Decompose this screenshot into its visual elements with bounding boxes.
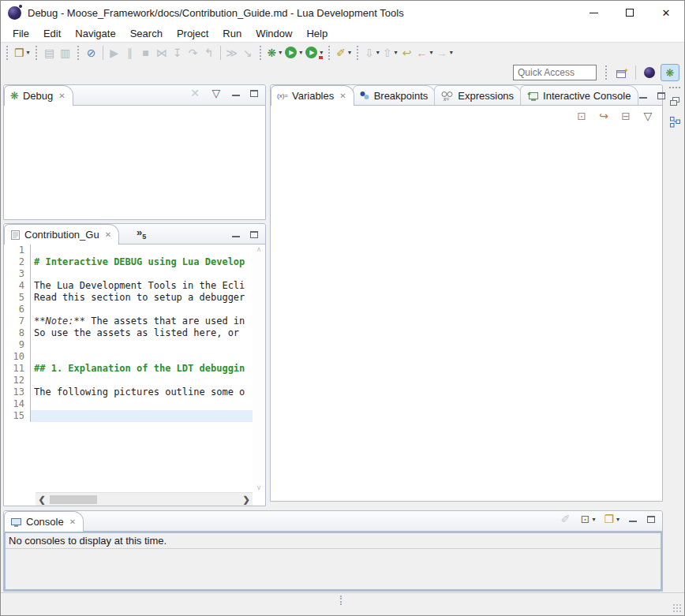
skip-all-breakpoints-button[interactable]: ⊘ (84, 44, 99, 62)
window-close-button[interactable]: ✕ (648, 1, 684, 24)
search-icon: ✐ (336, 47, 346, 58)
editor-line[interactable]: 14 (4, 398, 265, 410)
dropdown-arrow-icon[interactable]: ▾ (450, 49, 453, 56)
menu-search[interactable]: Search (123, 26, 170, 41)
minimize-button[interactable] (627, 513, 639, 525)
lua-perspective-button[interactable] (640, 64, 659, 81)
collapse-all-button[interactable]: ⊟ (618, 107, 634, 125)
tab-breakpoints[interactable]: Breakpoints (353, 85, 436, 105)
tab-expressions[interactable]: x=Expressions (434, 85, 522, 105)
maximize-button[interactable] (248, 87, 260, 99)
scrollbar-thumb[interactable] (50, 495, 97, 504)
close-icon[interactable]: ✕ (58, 91, 65, 100)
editor-horizontal-scrollbar[interactable]: ❮ ❯ (36, 492, 253, 506)
close-icon[interactable]: ✕ (69, 517, 76, 526)
restore-button[interactable] (669, 96, 680, 109)
lua-sphere-icon (644, 67, 655, 78)
show-type-names-button[interactable]: ⊡ (574, 107, 590, 125)
tab-variables[interactable]: (x)=Variables✕ (271, 85, 354, 106)
menu-file[interactable]: File (6, 26, 36, 41)
editor-line[interactable]: 11## 1. Explanation of the LDT debuggin (4, 363, 265, 375)
view-menu-button[interactable]: ▽ (208, 84, 224, 102)
menu-edit[interactable]: Edit (36, 26, 68, 41)
minimize-button[interactable] (230, 87, 242, 99)
tab-console[interactable]: Console✕ (4, 511, 84, 532)
dropdown-arrow-icon[interactable]: ▾ (592, 516, 595, 523)
search-button[interactable]: ✐▾ (335, 44, 353, 62)
scroll-left-icon[interactable]: ❮ (36, 495, 48, 505)
scroll-down-icon[interactable]: ∨ (256, 483, 262, 491)
view-menu-button[interactable]: ▽ (640, 107, 656, 125)
menu-project[interactable]: Project (170, 26, 215, 41)
show-logical-structure-button[interactable]: ↪ (596, 107, 612, 125)
dropdown-arrow-icon[interactable]: ▾ (616, 516, 619, 523)
editor-line[interactable]: 12 (4, 375, 265, 386)
hidden-editors-chevron[interactable]: »5 (137, 226, 146, 241)
window-resize-grip[interactable] (672, 603, 682, 613)
tab-interactive-console[interactable]: ✦Interactive Console (520, 85, 638, 105)
close-icon[interactable]: ✕ (105, 230, 111, 239)
variables-view-body[interactable] (271, 126, 662, 501)
open-console-button[interactable]: ❐▾ (602, 510, 621, 528)
editor-line[interactable]: 2# Interactive DEBUG using Lua Develop (4, 256, 265, 268)
outline-button[interactable] (669, 116, 681, 130)
suspend-icon: ∥ (127, 47, 133, 58)
editor-line[interactable]: 3 (4, 268, 265, 280)
drag-handle[interactable] (669, 87, 680, 89)
editor-line[interactable]: 10 (4, 351, 265, 363)
close-icon[interactable]: ✕ (339, 91, 346, 100)
dropdown-arrow-icon[interactable]: ▾ (299, 49, 302, 56)
editor-line[interactable]: 15 (4, 410, 265, 422)
editor-line[interactable]: 5Read this section to setup a debugger (4, 292, 265, 304)
toolbar-separator (220, 46, 221, 60)
editor-vertical-scrollbar[interactable]: ∧ ∨ (253, 245, 265, 492)
statusbar-drag-handle[interactable] (340, 595, 342, 605)
editor-line[interactable]: 6 (4, 304, 265, 315)
window-maximize-button[interactable] (612, 1, 648, 24)
window-minimize-button[interactable] (575, 1, 612, 24)
editor-line[interactable]: 8So use the assets as listed here, or (4, 327, 265, 339)
menu-run[interactable]: Run (215, 26, 249, 41)
window-close-icon: ✕ (662, 8, 671, 18)
tab-debug[interactable]: ❋Debug✕ (4, 85, 73, 106)
dropdown-arrow-icon[interactable]: ▾ (348, 49, 351, 56)
show-type-names-icon: ⊡ (577, 110, 586, 121)
scroll-up-icon[interactable]: ∧ (256, 245, 262, 253)
dropdown-arrow-icon[interactable]: ▾ (27, 49, 30, 56)
debug-perspective-button[interactable]: ❋ (661, 64, 679, 81)
maximize-button[interactable] (645, 513, 657, 525)
run-button[interactable]: ▶▾ (283, 44, 304, 62)
editor-line[interactable]: 4The Lua Development Tools in the Ecli (4, 280, 265, 292)
run-external-tools-icon: ▶ (305, 47, 317, 58)
menu-window[interactable]: Window (249, 26, 299, 41)
run-external-tools-button[interactable]: ▶▾ (304, 44, 324, 62)
new-wizard-button[interactable]: ❐▾ (13, 44, 32, 62)
editor-line[interactable]: 9 (4, 339, 265, 351)
debug-button[interactable]: ❋▾ (266, 44, 284, 62)
toolbar-separator (635, 65, 636, 80)
variables-view-toolbar: ⊡↪⊟▽ (271, 106, 662, 126)
menu-help[interactable]: Help (299, 26, 335, 41)
scroll-right-icon[interactable]: ❯ (240, 495, 253, 505)
debug-view-body[interactable] (4, 106, 265, 219)
editor-line[interactable]: 7**Note:** The assets that are used in (4, 315, 265, 327)
step-into-button: ↧ (170, 44, 185, 62)
display-selected-console-button[interactable]: ⊡▾ (579, 510, 597, 528)
minimize-button[interactable] (230, 228, 242, 241)
back-button[interactable]: ←▾ (415, 44, 435, 62)
editor-text-area[interactable]: 12# Interactive DEBUG using Lua Develop3… (4, 245, 265, 492)
minimize-button[interactable] (637, 89, 649, 102)
dropdown-arrow-icon[interactable]: ▾ (279, 49, 282, 56)
maximize-button[interactable] (248, 228, 260, 241)
open-perspective-button[interactable]: ✦ (612, 64, 631, 81)
menu-navigate[interactable]: Navigate (68, 26, 122, 41)
last-edit-location-icon: ↩ (402, 47, 412, 58)
editor-line[interactable]: 1 (4, 245, 265, 256)
dropdown-arrow-icon[interactable]: ▾ (430, 49, 433, 56)
editor-line[interactable]: 13The following pictures outline some o (4, 386, 265, 398)
dropdown-arrow-icon[interactable]: ▾ (395, 49, 398, 56)
quick-access-input[interactable] (513, 65, 597, 80)
last-edit-location-button[interactable]: ↩ (399, 44, 415, 62)
dropdown-arrow-icon[interactable]: ▾ (376, 49, 380, 56)
tab-contribution-gu[interactable]: Contribution_Gu✕ (4, 224, 119, 245)
